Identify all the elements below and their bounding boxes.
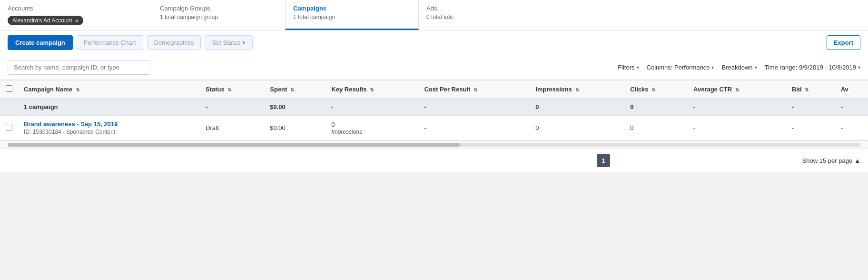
header-status[interactable]: Status ⇅ [200,80,264,99]
pagination-bar: 1 Show 15 per page ▲ [0,149,868,172]
nav-campaigns[interactable]: Campaigns 1 total campaign [286,0,419,30]
select-all-checkbox[interactable] [6,85,12,92]
search-input[interactable] [8,60,150,75]
account-badge[interactable]: Alexandra's Ad Account × [8,16,83,25]
key-results-sort-icon: ⇅ [370,87,374,92]
header-cost-per-result[interactable]: Cost Per Result ⇅ [418,80,530,99]
nav-accounts[interactable]: Accounts Alexandra's Ad Account × [0,0,152,30]
ads-subtitle: 0 total ads [426,14,860,20]
set-status-arrow-icon: ▾ [242,39,246,46]
set-status-label: Set Status [212,39,240,46]
summary-cost-per-result: - [418,99,530,116]
close-icon[interactable]: × [75,18,79,24]
columns-dropdown-icon: ▾ [711,65,714,70]
campaigns-table: Campaign Name ⇅ Status ⇅ Spent ⇅ Key Res… [0,80,868,140]
impressions-sort-icon: ⇅ [575,87,579,92]
summary-spent: $0.00 [264,99,326,116]
campaign-groups-label: Campaign Groups [160,5,277,12]
table-summary-row: 1 campaign - $0.00 - - 0 0 - - - [0,99,868,116]
row-campaign-name-cell: Brand awareness - Sep 15, 2019 ID: 15303… [18,116,200,140]
filters-label: Filters [618,64,634,71]
row-impressions: 0 [530,116,624,140]
time-range-dropdown-icon: ▾ [858,65,860,70]
row-bid: - [786,116,835,140]
per-page-label: Show 15 per page [802,157,853,164]
breakdown-dropdown-icon: ▾ [755,65,757,70]
time-range-label: Time range: 9/9/2019 - 10/8/2019 [765,64,856,71]
breakdown-label: Breakdown [721,64,752,71]
scrollbar-thumb[interactable] [8,143,460,147]
table-header-row: Campaign Name ⇅ Status ⇅ Spent ⇅ Key Res… [0,80,868,99]
performance-chart-button[interactable]: Performance Chart [77,35,143,50]
summary-avg-ctr: - [688,99,786,116]
performance-chart-label: Performance Chart [84,39,136,46]
demographics-button[interactable]: Demographics [147,35,201,50]
row-checkbox[interactable] [6,124,12,130]
per-page-control[interactable]: Show 15 per page ▲ [802,157,860,164]
summary-impressions: 0 [530,99,624,116]
columns-button[interactable]: Columns: Performance ▾ [647,64,714,71]
nav-campaign-groups[interactable]: Campaign Groups 1 total campaign group [152,0,286,30]
columns-label: Columns: Performance [647,64,710,71]
nav-ads[interactable]: Ads 0 total ads [419,0,868,30]
header-av[interactable]: Av [835,80,868,99]
row-avg-ctr: - [688,116,786,140]
campaigns-label: Campaigns [293,5,411,12]
summary-key-results: - [326,99,418,116]
header-avg-ctr[interactable]: Average CTR ⇅ [688,80,786,99]
bid-sort-icon: ⇅ [805,87,809,92]
filters-bar: Filters ▾ Columns: Performance ▾ Breakdo… [0,55,868,80]
clicks-sort-icon: ⇅ [651,87,655,92]
header-key-results[interactable]: Key Results ⇅ [326,80,418,99]
campaign-groups-subtitle: 1 total campaign group [160,14,277,20]
header-checkbox-cell [0,80,18,99]
campaigns-subtitle: 1 total campaign [293,14,411,20]
per-page-arrow-icon: ▲ [854,157,860,164]
campaign-meta: ID: 153030184 · Sponsored Content [24,129,194,135]
summary-status: - [200,99,264,116]
row-spent: $0.00 [264,116,326,140]
header-campaign-name[interactable]: Campaign Name ⇅ [18,80,200,99]
campaign-name-link[interactable]: Brand awareness - Sep 15, 2019 [24,120,118,128]
row-status: Draft [200,116,264,140]
key-results-label: Impressions [331,129,362,135]
filter-controls: Filters ▾ Columns: Performance ▾ Breakdo… [618,64,860,71]
ads-label: Ads [426,5,860,12]
horizontal-scrollbar[interactable] [0,140,868,149]
status-sort-icon: ⇅ [227,87,231,92]
account-name: Alexandra's Ad Account [12,17,72,24]
row-key-results: 0 Impressions [326,116,418,140]
avg-ctr-sort-icon: ⇅ [735,87,739,92]
set-status-button[interactable]: Set Status ▾ [205,35,253,50]
top-navigation: Accounts Alexandra's Ad Account × Campai… [0,0,868,30]
summary-bid: - [786,99,835,116]
campaign-name-sort-icon: ⇅ [76,87,79,92]
cost-per-result-sort-icon: ⇅ [473,87,477,92]
row-checkbox-cell [0,116,18,140]
accounts-label: Accounts [8,5,144,12]
header-spent[interactable]: Spent ⇅ [264,80,326,99]
summary-av: - [835,99,868,116]
summary-campaign-name: 1 campaign [18,99,200,116]
scrollbar-track [8,143,860,147]
breakdown-button[interactable]: Breakdown ▾ [721,64,757,71]
page-1-button[interactable]: 1 [597,154,610,167]
row-av: - [835,116,868,140]
filters-button[interactable]: Filters ▾ [618,64,639,71]
pagination-center: 1 [405,154,802,167]
row-cost-per-result: - [418,116,530,140]
filters-dropdown-icon: ▾ [637,65,639,70]
header-bid[interactable]: Bid ⇅ [786,80,835,99]
demographics-label: Demographics [154,39,194,46]
summary-checkbox-cell [0,99,18,116]
header-clicks[interactable]: Clicks ⇅ [624,80,688,99]
header-impressions[interactable]: Impressions ⇅ [530,80,624,99]
table-row: Brand awareness - Sep 15, 2019 ID: 15303… [0,116,868,140]
create-campaign-button[interactable]: Create campaign [8,35,73,50]
export-button[interactable]: Export [827,35,860,50]
time-range-button[interactable]: Time range: 9/9/2019 - 10/8/2019 ▾ [765,64,860,71]
toolbar: Create campaign Performance Chart Demogr… [0,30,868,55]
campaigns-table-container: Campaign Name ⇅ Status ⇅ Spent ⇅ Key Res… [0,80,868,149]
row-clicks: 0 [624,116,688,140]
summary-clicks: 0 [624,99,688,116]
